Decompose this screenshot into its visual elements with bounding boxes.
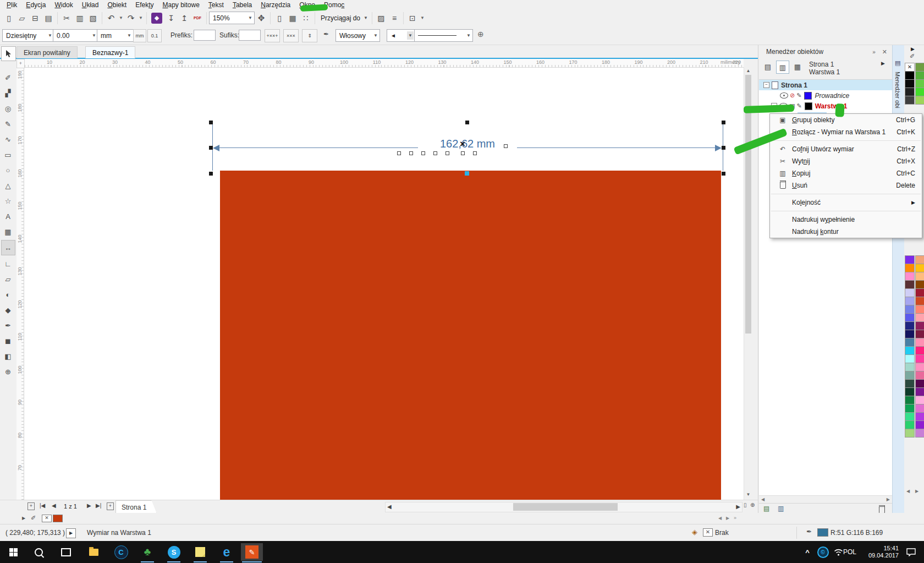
menu-efekty[interactable]: Efekty <box>131 1 158 9</box>
rectangle-object[interactable] <box>220 171 721 500</box>
palette-swatch[interactable] <box>915 96 924 105</box>
palette-swatch[interactable] <box>915 330 924 338</box>
export-button[interactable]: ↥ <box>178 12 191 25</box>
dimension-text[interactable]: 162,62 mm <box>418 138 517 150</box>
selection-handle[interactable] <box>209 121 213 124</box>
copy-button[interactable]: ▥ <box>73 12 86 25</box>
palette-swatch[interactable] <box>915 379 924 388</box>
options-image-button[interactable]: ▨ <box>375 12 388 25</box>
palette-swatch[interactable] <box>905 313 915 322</box>
publish-to-pdf-button[interactable]: PDF <box>191 12 204 25</box>
horizontal-scroll-thumb[interactable] <box>513 503 618 511</box>
interactive-fill-tool[interactable]: ◧ <box>2 349 15 363</box>
document-color-swatch[interactable] <box>53 515 63 522</box>
sticky-notes-icon[interactable] <box>189 543 211 561</box>
nature-app-icon[interactable]: ♣ <box>136 543 158 561</box>
palette-swatch[interactable] <box>915 79 924 88</box>
paste-button[interactable]: ▧ <box>86 12 100 25</box>
palette-swatch[interactable] <box>915 272 924 281</box>
new-document-button[interactable]: ▯ <box>2 12 15 25</box>
palette-up-icon[interactable]: ◀ <box>906 489 910 494</box>
docker-close-icon[interactable]: ✕ <box>879 48 890 56</box>
arrowhead-combo[interactable]: ◄▼ <box>387 29 416 42</box>
palette-swatch[interactable] <box>905 272 915 281</box>
undo-button[interactable]: ↶ <box>105 12 118 25</box>
table-tool[interactable]: ▦ <box>2 225 15 239</box>
dimension-node[interactable] <box>446 151 449 155</box>
selection-handle[interactable] <box>465 121 469 124</box>
connector-tool[interactable]: ∟ <box>2 256 15 271</box>
undo-dropdown-icon[interactable]: ▼ <box>118 12 124 25</box>
clock[interactable]: 15:4109.04.2017 <box>859 543 899 562</box>
palette-swatch[interactable] <box>915 313 924 322</box>
tree-row-page[interactable]: −Strona 1 <box>759 80 892 90</box>
menu-mapy-bitowe[interactable]: Mapy bitowe <box>158 1 204 9</box>
palette-swatch[interactable] <box>915 280 924 289</box>
palette-swatch[interactable] <box>915 429 924 438</box>
document-tab-ekran-powitalny[interactable]: Ekran powitalny <box>16 46 78 58</box>
language-indicator[interactable]: POL <box>840 543 859 561</box>
palette-swatch[interactable] <box>905 387 915 396</box>
rectangle-tool[interactable]: ▭ <box>2 147 15 162</box>
import-button[interactable]: ↧ <box>164 12 178 25</box>
freehand-tool[interactable]: ✎ <box>2 117 15 131</box>
selection-handle[interactable] <box>209 146 213 150</box>
palette-swatch[interactable] <box>905 264 915 272</box>
redo-dropdown-icon[interactable]: ▼ <box>138 12 144 25</box>
rectangle-top-node[interactable] <box>465 171 469 176</box>
context-menu-item-grupuj-obiekty[interactable]: ▣Grupuj obiektyCtrl+G <box>770 114 922 126</box>
dimension-node[interactable] <box>473 151 477 155</box>
suffix-input[interactable] <box>239 30 261 41</box>
document-tab-beznazwy-1[interactable]: Beznazwy-1 <box>85 46 135 58</box>
text-tool[interactable]: A <box>2 209 15 223</box>
polygon-tool[interactable]: △ <box>2 178 15 193</box>
palette-swatch[interactable] <box>915 412 924 421</box>
redo-button[interactable]: ↷ <box>124 12 138 25</box>
options-list-button[interactable]: ≡ <box>388 12 401 25</box>
palette-swatch[interactable]: ✕ <box>905 63 915 72</box>
new-master-layer-button[interactable]: ▥ <box>778 505 784 512</box>
snap-indicator-button[interactable]: ∷ <box>299 12 312 25</box>
crop-tool[interactable]: ▞ <box>2 86 15 100</box>
star-tool[interactable]: ☆ <box>2 194 15 208</box>
transparency-tool[interactable]: ◐ <box>2 287 15 302</box>
show-properties-button[interactable]: ▤ <box>762 61 774 73</box>
palette-swatch[interactable] <box>905 354 915 363</box>
palette-swatch[interactable] <box>915 404 924 413</box>
docker-flyout-icon[interactable]: ▶ <box>881 61 885 66</box>
artistic-media-tool[interactable]: ∿ <box>2 132 15 146</box>
palette-eyedropper-icon[interactable]: ✐ <box>31 515 36 522</box>
palette-swatch[interactable] <box>915 255 924 264</box>
palette-swatch[interactable] <box>905 88 915 96</box>
palette-swatch[interactable] <box>915 288 924 297</box>
palette-swatch[interactable] <box>905 346 915 355</box>
scroll-down-icon[interactable]: ▼ <box>744 492 752 497</box>
precision-combo[interactable]: 0.00▼ <box>53 29 98 42</box>
add-page-start-button[interactable]: + <box>28 502 35 510</box>
zoom-page-icon[interactable]: ⊕ <box>750 502 755 508</box>
docker-tab-label[interactable]: Menedżer obi <box>894 72 901 108</box>
palette-swatch[interactable] <box>915 264 924 272</box>
ccleaner-icon[interactable]: C <box>110 543 132 561</box>
context-menu-item-cofnij-utwórz-wymiar[interactable]: ↶Cofnij Utwórz wymiarCtrl+Z <box>770 143 922 155</box>
palette-swatch[interactable] <box>915 297 924 305</box>
delete-button[interactable] <box>879 505 885 513</box>
palette-scroll-left-icon[interactable]: ◀ <box>718 516 722 521</box>
edge-icon[interactable]: e <box>216 543 238 561</box>
application-launcher-button[interactable]: ⊡ <box>406 12 419 25</box>
dimension-node[interactable] <box>409 151 413 155</box>
palette-swatch[interactable] <box>905 280 915 289</box>
palette-scroll-right-icon[interactable]: ▶ <box>726 516 729 521</box>
menu-plik[interactable]: Plik <box>2 1 21 9</box>
dynamic-dimensioning-button[interactable]: +××+ <box>265 29 280 42</box>
text-position-button[interactable]: ××× <box>283 29 299 42</box>
launcher-dropdown-icon[interactable]: ▼ <box>419 12 426 25</box>
docker-float-icon[interactable]: » <box>869 49 879 55</box>
palette-swatch[interactable] <box>905 338 915 347</box>
context-menu-item-rozłącz-wymiar-na-warstwa-1[interactable]: ▢Rozłącz - Wymiar na Warstwa 1Ctrl+K <box>770 126 922 138</box>
pick-tool[interactable] <box>1 46 16 61</box>
dimension-node[interactable] <box>504 144 508 148</box>
last-page-button[interactable]: ▶| <box>96 502 101 509</box>
palette-more-icon[interactable]: » <box>734 515 736 521</box>
vertical-scroll-thumb[interactable] <box>745 75 751 334</box>
